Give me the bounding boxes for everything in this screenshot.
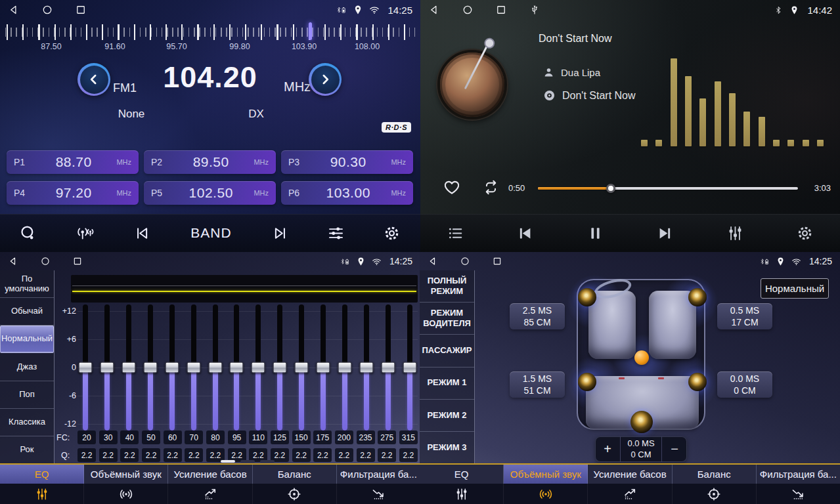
rear-left-delay-button[interactable]: 1.5 MS 51 CM [510, 371, 565, 398]
tab-bass-boost[interactable]: Усиление басов [588, 465, 672, 484]
eq-preset-item[interactable]: Обычай [0, 298, 54, 326]
nav-home-icon[interactable] [41, 4, 53, 16]
front-right-delay-button[interactable]: 0.5 MS 17 CM [717, 303, 772, 329]
playlist-icon[interactable] [447, 224, 464, 242]
tab-surround-sound[interactable]: Объёмный звук [504, 465, 588, 484]
eq-band-slider[interactable] [229, 304, 244, 430]
q-value[interactable]: 2.2 [142, 448, 160, 462]
tab-icon-cell[interactable] [757, 484, 840, 504]
q-value[interactable]: 2.2 [313, 448, 332, 462]
fc-value[interactable]: 275 [378, 430, 396, 444]
eq-band-slider[interactable] [294, 304, 309, 430]
eq-band-slider[interactable] [186, 304, 202, 430]
slider-thumb[interactable] [100, 362, 114, 373]
q-value[interactable]: 2.2 [357, 448, 375, 462]
eq-preset-item[interactable]: Рок [0, 436, 54, 463]
eq-preset-item[interactable]: Классика [0, 409, 54, 436]
eq-band-slider[interactable] [402, 304, 418, 430]
nav-back-icon[interactable] [428, 256, 438, 266]
front-left-delay-button[interactable]: 2.5 MS 85 CM [510, 303, 565, 329]
frequency-scale[interactable] [5, 22, 415, 41]
fc-value[interactable]: 315 [399, 430, 418, 444]
mixer-vertical-icon[interactable] [726, 224, 744, 242]
eq-band-slider[interactable] [250, 304, 266, 430]
preset-P6[interactable]: P6103.00MHz [281, 181, 413, 205]
preset-P4[interactable]: P497.20MHz [7, 181, 139, 205]
eq-band-slider[interactable] [121, 304, 137, 430]
mixer-horizontal-icon[interactable] [327, 224, 345, 242]
position-mode-item[interactable]: РЕЖИМ 3 [420, 432, 474, 463]
q-value[interactable]: 2.2 [77, 448, 96, 462]
preset-P3[interactable]: P390.30MHz [281, 150, 413, 174]
slider-thumb[interactable] [208, 362, 222, 373]
progress-thumb[interactable] [606, 184, 615, 193]
position-mode-item[interactable]: ПОЛНЫЙ РЕЖИМ [420, 270, 474, 303]
gear-icon[interactable] [383, 224, 401, 242]
nav-back-icon[interactable] [8, 4, 20, 16]
tab-surround-sound[interactable]: Объёмный звук [84, 465, 168, 484]
fc-value[interactable]: 235 [357, 430, 375, 444]
slider-thumb[interactable] [165, 362, 179, 373]
repeat-button[interactable] [482, 178, 500, 199]
slider-thumb[interactable] [295, 362, 309, 373]
fc-value[interactable]: 70 [185, 430, 203, 444]
slider-thumb[interactable] [273, 362, 287, 373]
slider-thumb[interactable] [317, 362, 330, 373]
eq-band-slider[interactable] [143, 304, 158, 430]
nav-home-icon[interactable] [40, 256, 51, 266]
tab-icon-cell[interactable] [588, 484, 672, 504]
slider-thumb[interactable] [359, 362, 373, 373]
slider-thumb[interactable] [79, 362, 93, 373]
preset-P2[interactable]: P289.50MHz [144, 150, 276, 174]
band-button[interactable]: BAND [190, 225, 231, 241]
eq-band-slider[interactable] [315, 304, 331, 430]
pause-icon[interactable] [586, 224, 604, 242]
tab-balance[interactable]: Баланс [673, 465, 757, 484]
eq-band-slider[interactable] [359, 304, 374, 430]
tab-low-pass-filter[interactable]: Фильтрация ба... [337, 465, 420, 484]
tune-up-button[interactable] [309, 63, 342, 96]
nav-home-icon[interactable] [462, 4, 474, 16]
position-mode-item[interactable]: РЕЖИМ 1 [420, 368, 474, 400]
listening-position-ball[interactable] [634, 350, 649, 365]
fc-value[interactable]: 200 [335, 430, 353, 444]
profile-button[interactable]: Нормальный [761, 278, 829, 299]
increase-delay-button[interactable]: + [595, 436, 620, 462]
fc-value[interactable]: 20 [77, 430, 96, 444]
q-value[interactable]: 2.2 [164, 448, 182, 462]
tab-low-pass-filter[interactable]: Фильтрация ба... [757, 465, 840, 484]
fc-value[interactable]: 110 [249, 430, 267, 444]
eq-band-slider[interactable] [99, 304, 115, 430]
search-icon[interactable] [19, 224, 37, 242]
eq-band-slider[interactable] [380, 304, 396, 430]
q-value[interactable]: 2.2 [399, 448, 418, 462]
q-value[interactable]: 2.2 [185, 448, 203, 462]
eq-band-slider[interactable] [272, 304, 288, 430]
eq-band-slider[interactable] [164, 304, 180, 430]
nav-back-icon[interactable] [8, 256, 18, 266]
eq-band-slider[interactable] [77, 304, 93, 430]
q-value[interactable]: 2.2 [120, 448, 139, 462]
tab-icon-cell[interactable] [0, 484, 84, 504]
gear-icon[interactable] [796, 224, 814, 242]
album-art[interactable] [437, 50, 507, 119]
nav-recents-icon[interactable] [492, 256, 502, 266]
tab-balance[interactable]: Баланс [253, 465, 337, 484]
position-mode-item[interactable]: РЕЖИМ 2 [420, 400, 474, 432]
fc-value[interactable]: 95 [228, 430, 246, 444]
slider-thumb[interactable] [252, 362, 265, 373]
tab-icon-cell[interactable] [168, 484, 252, 504]
tab-icon-cell[interactable] [337, 484, 420, 504]
tab-icon-cell[interactable] [420, 484, 504, 504]
rear-right-delay-button[interactable]: 0.0 MS 0 CM [717, 371, 772, 398]
fc-value[interactable]: 150 [292, 430, 311, 444]
nav-recents-icon[interactable] [75, 4, 87, 16]
eq-preset-item[interactable]: По умолчанию [0, 270, 54, 298]
tab-icon-cell[interactable] [253, 484, 337, 504]
eq-preset-item[interactable]: Нормальный [0, 326, 54, 353]
decrease-delay-button[interactable]: − [662, 436, 687, 462]
q-value[interactable]: 2.2 [99, 448, 118, 462]
nav-recents-icon[interactable] [72, 256, 83, 266]
nav-home-icon[interactable] [460, 256, 470, 266]
tab-icon-cell[interactable] [673, 484, 757, 504]
